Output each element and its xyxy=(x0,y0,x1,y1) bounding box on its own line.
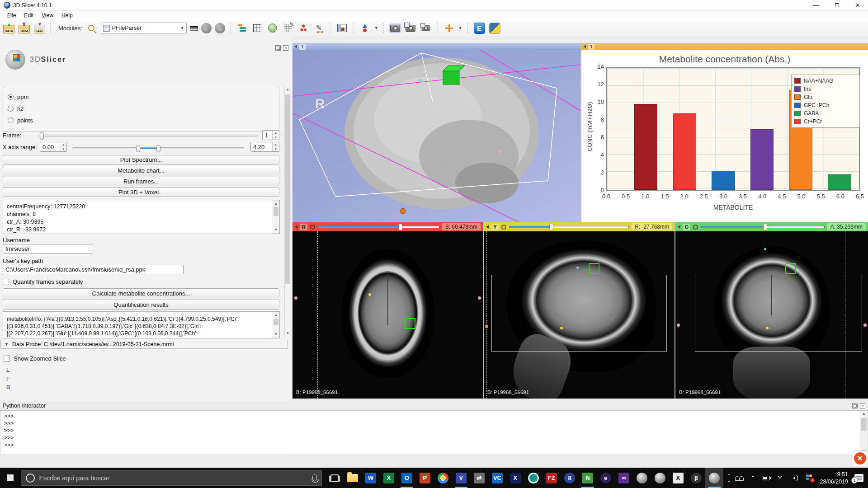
menu-file[interactable]: File xyxy=(4,11,19,19)
annotations-button[interactable]: ✎ xyxy=(313,22,325,34)
xrange-max-spinbox[interactable]: 4.20▲▼ xyxy=(250,142,279,152)
plot-spectrum-button[interactable]: Plot Spectrum... xyxy=(3,155,279,164)
save-button[interactable]: ▼SAVE xyxy=(33,22,46,34)
people-icon[interactable] xyxy=(735,475,744,481)
taskbar-app-excel[interactable]: X xyxy=(380,468,398,488)
taskbar-app-eclipse[interactable]: e xyxy=(597,468,615,488)
models-button[interactable] xyxy=(267,22,279,34)
taskbar-app-putty-transfer[interactable]: ⇄ xyxy=(470,468,488,488)
menu-edit[interactable]: Edit xyxy=(20,11,37,19)
taskbar-app-visio[interactable]: V xyxy=(452,468,470,488)
python-console-button[interactable] xyxy=(489,22,501,34)
taskbar-app-keepass[interactable]: 8 xyxy=(561,468,579,488)
crosshair-button[interactable] xyxy=(443,22,455,34)
scene-view-button[interactable] xyxy=(405,22,417,34)
taskbar-app-powerpoint[interactable]: P xyxy=(416,468,434,488)
radio-hz[interactable]: hz xyxy=(8,103,274,114)
taskbar-app-filezilla[interactable]: FZ xyxy=(542,468,561,488)
battery-icon[interactable] xyxy=(762,476,770,480)
taskbar-app-vcarve[interactable]: VC xyxy=(488,468,506,488)
close-button[interactable]: ✕ xyxy=(847,0,868,10)
slice-slider[interactable] xyxy=(509,226,629,228)
xrange-slider[interactable] xyxy=(72,147,244,149)
taskbar-app-chrome[interactable] xyxy=(434,468,452,488)
metabolite-chart-button[interactable]: Metabolite chart... xyxy=(3,166,279,175)
taskbar-app-slicer-active[interactable] xyxy=(705,468,723,488)
view-pin-icon[interactable] xyxy=(294,45,297,48)
xrange-handle-high[interactable] xyxy=(156,145,160,152)
taskbar-app-slicer-b[interactable] xyxy=(651,468,669,488)
slice-crosshair-icon[interactable] xyxy=(310,225,315,230)
crosshair-dropdown[interactable]: ▼ xyxy=(458,26,462,30)
forward-button[interactable]: → xyxy=(215,23,225,33)
slice-image-coronal[interactable]: B: P19968_56691 xyxy=(675,231,868,399)
python-close-icon[interactable]: × xyxy=(860,403,865,408)
sync-error-icon[interactable]: x xyxy=(806,474,813,482)
taskbar-app-slicer-a[interactable] xyxy=(633,468,651,488)
layout-selector-button[interactable] xyxy=(336,22,348,34)
wifi-icon[interactable] xyxy=(776,475,784,481)
run-frames-button[interactable]: Run frames... xyxy=(3,177,279,186)
frame-slider[interactable] xyxy=(38,135,258,136)
screenshot-button[interactable] xyxy=(389,22,401,34)
threed-view-header[interactable]: 1 xyxy=(292,43,580,50)
maximize-button[interactable] xyxy=(826,0,847,10)
radio-points[interactable]: points xyxy=(8,114,274,126)
module-selector-combobox[interactable]: PFileParser ▼ xyxy=(101,23,187,33)
slice-crosshair-icon[interactable] xyxy=(693,225,698,230)
taskbar-overflow-arrows[interactable]: ⌃⌄ xyxy=(723,473,735,483)
view-pin-icon[interactable] xyxy=(295,225,297,229)
chart-view[interactable]: 1 Metabolite concentration (Abs.) CONC (… xyxy=(581,43,868,222)
quantification-results-button[interactable]: Quantification results xyxy=(3,300,279,310)
plot-3d-voxel-button[interactable]: Plot 3D + Voxel... xyxy=(3,188,279,197)
show-zoomed-checkbox[interactable]: Show Zoomed Slice xyxy=(4,355,66,362)
taskbar-search-input[interactable]: Escribe aquí para buscar xyxy=(21,470,322,486)
hidden-icons-chevron[interactable]: ⌃ xyxy=(750,474,756,482)
frame-slider-handle[interactable] xyxy=(40,132,44,140)
slice-slider[interactable] xyxy=(701,226,825,228)
load-dicom-button[interactable]: ⇅DCM xyxy=(18,22,30,34)
slice-crosshair-icon[interactable] xyxy=(501,225,506,230)
metabolite-scrollbar[interactable]: ▲▼ xyxy=(273,312,279,338)
mouse-place-button[interactable] xyxy=(359,22,371,34)
transforms-button[interactable] xyxy=(282,22,294,34)
view-pin-icon[interactable] xyxy=(486,225,489,229)
back-button[interactable]: ← xyxy=(201,23,212,33)
threed-view[interactable]: R 1 xyxy=(292,43,580,222)
username-input[interactable]: fmrsiuser xyxy=(3,244,93,253)
volume-icon[interactable] xyxy=(791,475,800,481)
taskbar-app-word[interactable]: W xyxy=(362,468,380,488)
taskbar-app-file-explorer[interactable] xyxy=(344,468,362,488)
slice-slider-handle[interactable] xyxy=(763,224,767,230)
slice-image-axial[interactable]: B: P19968_56691 xyxy=(292,231,483,399)
slice-slider-handle[interactable] xyxy=(549,224,553,230)
view-pin-icon[interactable] xyxy=(678,225,680,229)
slice-image-sagittal[interactable]: B: P19968_56691 xyxy=(484,231,675,399)
place-dropdown[interactable]: ▼ xyxy=(374,26,378,30)
slice-slider-handle[interactable] xyxy=(398,224,402,230)
slice-view-red[interactable]: R S: 60.478mm B: P19968_56691 xyxy=(292,222,483,399)
taskbar-app-mplab-x-ide[interactable]: X xyxy=(506,468,524,488)
radio-ppm[interactable]: ppm xyxy=(8,91,274,103)
subject-hierarchy-button[interactable] xyxy=(236,22,248,34)
menu-help[interactable]: Help xyxy=(58,11,76,19)
panel-undock-icon[interactable] xyxy=(275,45,281,51)
calculate-concentrations-button[interactable]: Calculate metabolite concentrations... xyxy=(3,288,279,298)
taskbar-app-outlook[interactable]: O xyxy=(398,468,416,488)
slice-view-green[interactable]: G A: 35.233mm B: P19968_56691 xyxy=(675,222,868,399)
data-probe-bar[interactable]: ▼ Data Probe: C:/dev/1.namic/scenes/av..… xyxy=(0,340,288,349)
taskbar-app-jupyter[interactable]: β xyxy=(687,468,705,488)
taskbar-clock[interactable]: 9:51 28/06/2019 xyxy=(820,471,848,485)
taskbar-app-notepad-plus[interactable]: N xyxy=(579,468,597,488)
minimize-button[interactable]: — xyxy=(806,0,826,10)
python-console[interactable]: >>>>>>>>>>>>>>> xyxy=(0,410,868,455)
xrange-handle-low[interactable] xyxy=(136,145,140,152)
keypath-input[interactable]: C:\Users\FranciscoMarcano\.ssh\fmrsiuser… xyxy=(3,265,184,274)
view-pin-icon[interactable] xyxy=(583,45,586,48)
header-info-textarea[interactable]: centralFrequency: 1277125220 channels: 8… xyxy=(3,200,280,234)
quantify-checkbox[interactable]: Quantify frames separately xyxy=(3,278,83,285)
chart-view-header[interactable]: 1 xyxy=(581,43,868,50)
extensions-manager-button[interactable]: E xyxy=(473,22,486,34)
load-data-button[interactable]: ▲DATA xyxy=(3,22,15,34)
panel-close-icon[interactable]: × xyxy=(283,45,288,51)
